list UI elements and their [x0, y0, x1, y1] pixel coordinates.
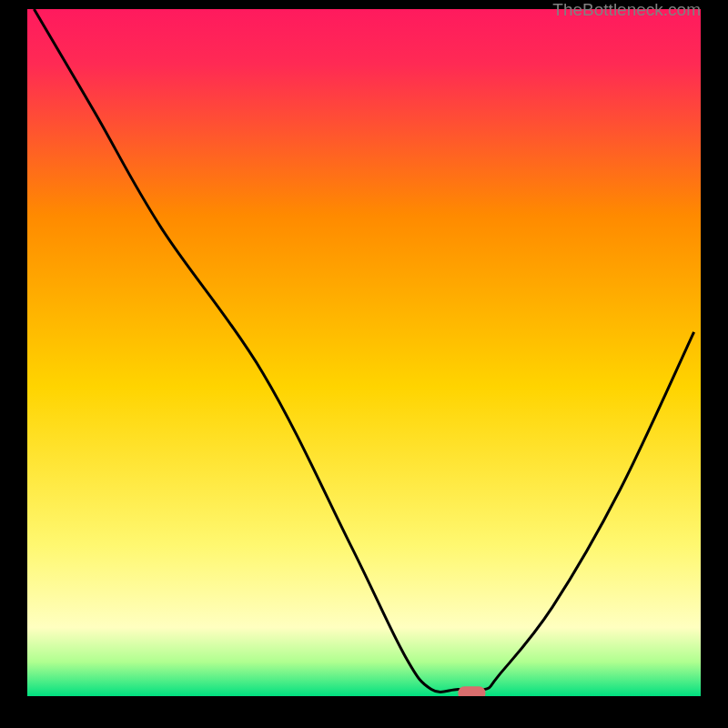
optimal-marker	[458, 686, 485, 696]
gradient-background	[27, 9, 701, 696]
chart-svg	[27, 9, 701, 696]
chart-container	[27, 9, 701, 696]
watermark-text: TheBottleneck.com	[552, 0, 701, 20]
